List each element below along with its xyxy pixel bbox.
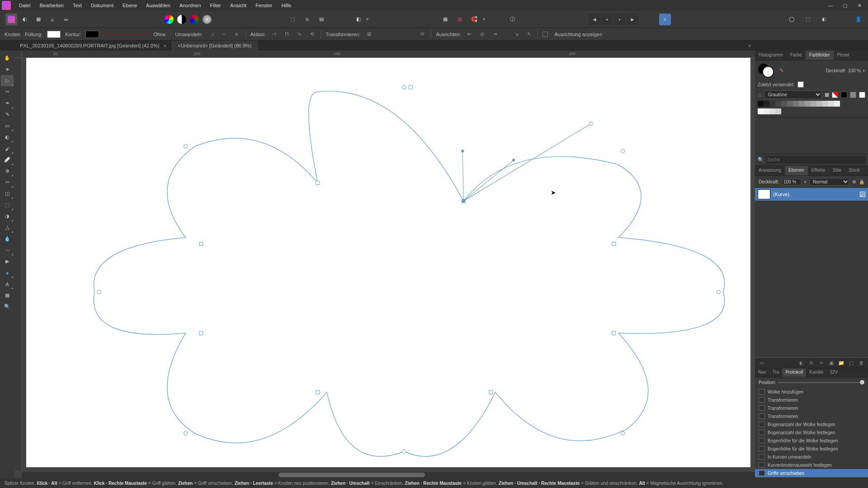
none-swatch[interactable] bbox=[832, 92, 838, 98]
tool-blob[interactable]: ● bbox=[1, 267, 14, 278]
selection-mode-3[interactable]: ▤ bbox=[316, 14, 327, 25]
menu-fenster[interactable]: Fenster bbox=[251, 1, 277, 10]
tab-protokoll[interactable]: Protokoll bbox=[782, 368, 806, 377]
history-item[interactable]: Bogenhöhe für die Wolke festlegen bbox=[755, 445, 868, 453]
arrange-3[interactable]: ▪ bbox=[614, 14, 626, 25]
history-item[interactable]: Bogenanzahl der Wolke festlegen bbox=[755, 420, 868, 428]
selection-mode-2[interactable]: ⧅ bbox=[301, 14, 313, 25]
align-1-icon[interactable]: ⇤ bbox=[465, 30, 473, 38]
palette-select[interactable]: Grautöne bbox=[764, 90, 822, 99]
history-item[interactable]: Bogenhöhe für die Wolke festlegen bbox=[755, 436, 868, 445]
close-button[interactable]: ✕ bbox=[853, 1, 866, 10]
white-swatch[interactable] bbox=[859, 92, 865, 98]
black-swatch[interactable] bbox=[841, 92, 847, 98]
menu-anordnen[interactable]: Anordnen bbox=[175, 1, 206, 10]
recent-swatch[interactable] bbox=[797, 81, 804, 88]
align-3-icon[interactable]: ⇥ bbox=[491, 30, 499, 38]
layer-opacity-input[interactable] bbox=[782, 178, 802, 185]
tab-ebenen[interactable]: Ebenen bbox=[785, 166, 807, 175]
blend-mode-select[interactable]: Normal bbox=[809, 178, 849, 186]
menu-filter[interactable]: Filter bbox=[206, 1, 226, 10]
persona-develop[interactable]: ▦ bbox=[33, 14, 44, 25]
maximize-button[interactable]: ▢ bbox=[838, 1, 852, 10]
layer-mask-icon[interactable]: ▭ bbox=[758, 359, 766, 366]
tool-hand[interactable]: ✋ bbox=[1, 52, 14, 64]
horizontal-scrollbar[interactable] bbox=[22, 472, 755, 478]
document-tab-1[interactable]: PXL_20230105_140800269.PORTRAIT.jpg [Geä… bbox=[14, 41, 172, 51]
tool-node[interactable]: ▷ bbox=[1, 75, 14, 86]
arrange-1[interactable]: ◄ bbox=[589, 14, 600, 25]
layer-adjust-icon[interactable]: ◐ bbox=[797, 359, 806, 366]
stroke-swatch[interactable] bbox=[85, 31, 99, 38]
tool-crop[interactable]: ✂ bbox=[1, 86, 14, 98]
tool-sharpen[interactable]: △ bbox=[1, 222, 14, 233]
selection-mode-1[interactable]: ⬚ bbox=[287, 14, 298, 25]
tab-stile[interactable]: Stile bbox=[829, 166, 844, 175]
swatch-grid-icon[interactable]: ▦ bbox=[825, 92, 829, 98]
history-item[interactable]: Transformieren bbox=[755, 396, 868, 404]
persona-tone[interactable]: ⫝ bbox=[46, 14, 58, 25]
fill-swatch[interactable] bbox=[47, 31, 61, 38]
layer-lock-icon[interactable]: 🔒 bbox=[859, 179, 864, 184]
menu-dokument[interactable]: Dokument bbox=[86, 1, 118, 10]
snap-button[interactable]: 🧲 bbox=[468, 14, 480, 25]
tab-farbe[interactable]: Farbe bbox=[787, 51, 806, 60]
menu-ansicht[interactable]: Ansicht bbox=[226, 1, 251, 10]
picker-icon[interactable]: ✎ bbox=[779, 67, 784, 74]
tab-effekte[interactable]: Effekte bbox=[808, 166, 829, 175]
info-button[interactable]: ⓘ bbox=[506, 14, 518, 25]
document-tab-2[interactable]: <Unbenannt> [Geändert] (86.9%) × bbox=[172, 41, 257, 51]
layer-folder-icon[interactable]: 📁 bbox=[837, 359, 845, 366]
layer-visibility-checkbox[interactable]: ✓ bbox=[860, 192, 865, 197]
tool-brush2[interactable]: ✏ bbox=[1, 177, 14, 188]
minimize-button[interactable]: — bbox=[824, 1, 837, 10]
history-item[interactable]: Bogenanzahl der Wolke festlegen bbox=[755, 428, 868, 436]
history-item[interactable]: In Kurven umwandeln bbox=[755, 453, 868, 461]
quicklook-button[interactable]: ◧ bbox=[353, 14, 364, 25]
convert-sharp-icon[interactable]: ⩘ bbox=[208, 30, 216, 38]
action-join-icon[interactable]: ⟲ bbox=[308, 30, 316, 38]
history-item[interactable]: Wolke hinzufügen bbox=[755, 388, 868, 396]
persona-photo[interactable] bbox=[5, 14, 17, 25]
layer-fx-btn[interactable]: fx bbox=[807, 359, 816, 366]
stroke-width-preview[interactable] bbox=[104, 32, 149, 37]
live-view-2[interactable]: ⬚ bbox=[802, 14, 814, 25]
grid-button[interactable]: ▦ bbox=[439, 14, 451, 25]
history-item[interactable]: Kurvenknotenauswahl festlegen bbox=[755, 461, 868, 469]
layer-group-icon[interactable]: ▣ bbox=[827, 359, 835, 366]
tab-kanaele[interactable]: Kanäle bbox=[806, 368, 826, 377]
show-alignment-checkbox[interactable] bbox=[542, 32, 548, 37]
account-icon[interactable]: 👤 bbox=[853, 14, 864, 25]
history-item[interactable]: Transformieren bbox=[755, 404, 868, 412]
history-item-current[interactable]: Griffe verschieben bbox=[755, 469, 868, 477]
persona-liquify[interactable]: ◐ bbox=[19, 14, 31, 25]
align-5-icon[interactable]: ↖ bbox=[525, 30, 533, 38]
tool-paint[interactable]: 🖌 bbox=[1, 143, 14, 154]
tool-pen[interactable]: ✒ bbox=[1, 98, 14, 109]
document-tab-2-close[interactable]: × bbox=[748, 42, 751, 49]
live-view-1[interactable]: ◯ bbox=[786, 14, 797, 25]
tool-fill[interactable]: 💧 bbox=[1, 233, 14, 244]
tool-clone[interactable]: ⊕ bbox=[1, 165, 14, 177]
tool-move[interactable]: ➤ bbox=[1, 64, 14, 75]
transform-mode-icon[interactable]: ⊞ bbox=[365, 30, 373, 38]
convert-smart-icon[interactable]: ⩚ bbox=[233, 30, 241, 38]
split-button[interactable]: ▥ bbox=[454, 14, 466, 25]
layer-add-icon[interactable]: ▢ bbox=[847, 359, 855, 366]
align-button[interactable]: ≡ bbox=[659, 14, 671, 25]
layer-fx-icon[interactable]: ⚙ bbox=[852, 179, 856, 184]
align-2-icon[interactable]: ⊙ bbox=[478, 30, 486, 38]
layer-item-curve[interactable]: (Kurve) ✓ bbox=[755, 188, 868, 201]
tool-dodge[interactable]: ◑ bbox=[1, 211, 14, 222]
layer-delete-icon[interactable]: 🗑 bbox=[857, 359, 865, 366]
align-4-icon[interactable]: ↘ bbox=[512, 30, 520, 38]
tool-zoom[interactable]: 🔍 bbox=[1, 301, 14, 312]
arrange-4[interactable]: ► bbox=[627, 14, 638, 25]
tool-pencil[interactable]: ✎ bbox=[1, 109, 14, 120]
opacity-value[interactable]: 100 % bbox=[848, 68, 861, 73]
action-smooth-icon[interactable]: ∿ bbox=[295, 30, 303, 38]
position-track[interactable] bbox=[778, 382, 864, 383]
lab-icon[interactable] bbox=[203, 15, 212, 24]
menu-text[interactable]: Text bbox=[68, 1, 86, 10]
tool-play[interactable]: ▶ bbox=[1, 256, 14, 267]
